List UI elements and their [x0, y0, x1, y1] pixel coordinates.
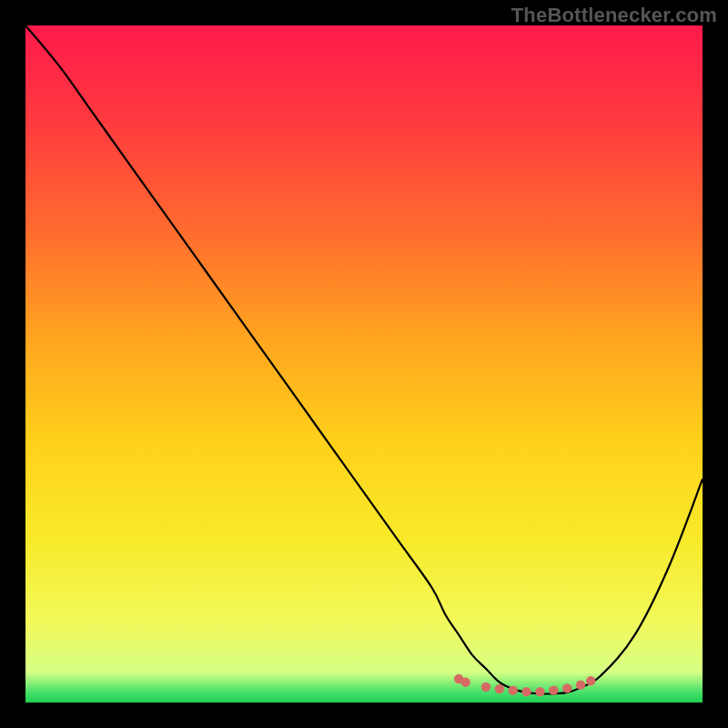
optimal-marker [535, 687, 544, 696]
optimal-marker [586, 676, 595, 685]
optimal-marker [495, 684, 504, 693]
optimal-marker [508, 685, 517, 694]
figure-frame: TheBottlenecker.com [0, 0, 728, 728]
plot-area [25, 25, 703, 703]
optimal-marker [576, 680, 585, 689]
attribution-text: TheBottlenecker.com [511, 4, 717, 27]
optimal-marker [460, 677, 470, 686]
chart-svg [25, 25, 703, 703]
gradient-background [25, 25, 703, 703]
optimal-marker [549, 685, 558, 694]
optimal-marker [521, 687, 531, 696]
optimal-marker [481, 682, 490, 692]
optimal-marker [562, 683, 571, 693]
